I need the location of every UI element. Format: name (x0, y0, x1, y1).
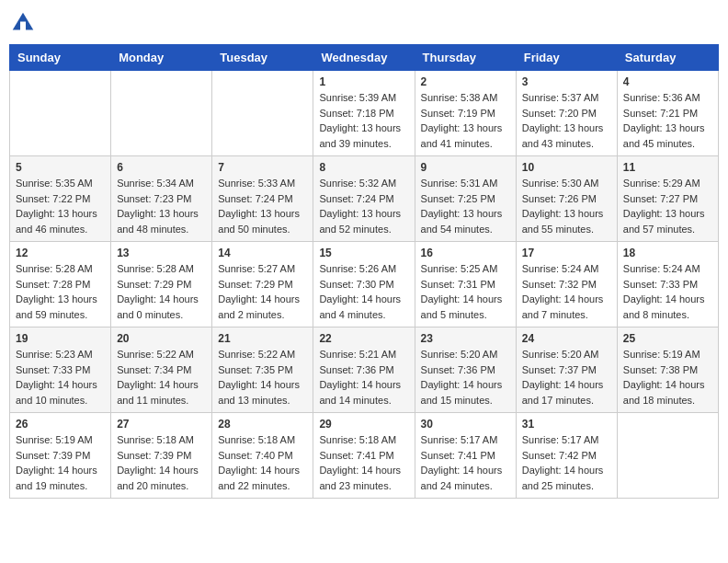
day-number: 23 (421, 332, 510, 345)
calendar-cell (212, 71, 313, 156)
day-info-continuation: and 25 minutes. (522, 480, 594, 491)
sunrise-info: Sunrise: 5:29 AM (623, 178, 700, 189)
calendar-cell: 25Sunrise: 5:19 AMSunset: 7:38 PMDayligh… (617, 327, 718, 413)
sunrise-info: Sunrise: 5:23 AM (16, 349, 93, 360)
day-info-continuation: and 7 minutes. (522, 309, 588, 320)
day-info-continuation: and 59 minutes. (16, 309, 87, 320)
day-info-continuation: and 57 minutes. (623, 224, 695, 235)
sunset-info: Sunset: 7:37 PM (522, 364, 597, 375)
day-info: Sunrise: 5:20 AMSunset: 7:36 PMDaylight:… (421, 347, 510, 408)
day-number: 14 (218, 247, 307, 259)
daylight-hours: Daylight: 14 hours (218, 293, 300, 304)
sunset-info: Sunset: 7:38 PM (623, 364, 698, 375)
sunset-info: Sunset: 7:34 PM (117, 364, 191, 375)
calendar-cell: 15Sunrise: 5:26 AMSunset: 7:30 PMDayligh… (313, 242, 415, 327)
sunset-info: Sunset: 7:41 PM (319, 450, 393, 461)
calendar-week-row: 19Sunrise: 5:23 AMSunset: 7:33 PMDayligh… (10, 327, 719, 413)
day-info-continuation: and 8 minutes. (623, 309, 689, 320)
daylight-hours: Daylight: 14 hours (218, 379, 300, 390)
sunset-info: Sunset: 7:36 PM (421, 364, 495, 375)
calendar-cell: 23Sunrise: 5:20 AMSunset: 7:36 PMDayligh… (415, 327, 516, 413)
sunset-info: Sunset: 7:40 PM (218, 450, 292, 461)
logo-icon (9, 9, 37, 37)
sunrise-info: Sunrise: 5:20 AM (522, 349, 599, 360)
calendar-cell: 26Sunrise: 5:19 AMSunset: 7:39 PMDayligh… (10, 413, 111, 499)
calendar-cell: 18Sunrise: 5:24 AMSunset: 7:33 PMDayligh… (617, 242, 718, 327)
day-info-continuation: and 14 minutes. (319, 395, 391, 406)
day-number: 8 (319, 161, 408, 174)
daylight-hours: Daylight: 13 hours (522, 122, 604, 133)
daylight-hours: Daylight: 13 hours (319, 208, 401, 219)
sunset-info: Sunset: 7:24 PM (218, 193, 292, 204)
daylight-hours: Daylight: 14 hours (117, 465, 199, 476)
day-number: 11 (623, 161, 712, 174)
sunrise-info: Sunrise: 5:24 AM (623, 263, 700, 274)
day-info-continuation: and 48 minutes. (117, 224, 188, 235)
column-header-friday: Friday (516, 45, 617, 71)
sunrise-info: Sunrise: 5:21 AM (319, 349, 396, 360)
daylight-hours: Daylight: 14 hours (421, 465, 503, 476)
day-info-continuation: and 2 minutes. (218, 309, 284, 320)
daylight-hours: Daylight: 14 hours (522, 465, 604, 476)
day-info: Sunrise: 5:18 AMSunset: 7:40 PMDaylight:… (218, 432, 307, 493)
sunrise-info: Sunrise: 5:19 AM (16, 434, 93, 445)
sunset-info: Sunset: 7:22 PM (16, 193, 90, 204)
day-info-continuation: and 45 minutes. (623, 138, 695, 149)
daylight-hours: Daylight: 14 hours (16, 465, 97, 476)
sunset-info: Sunset: 7:21 PM (623, 108, 698, 119)
day-info: Sunrise: 5:17 AMSunset: 7:41 PMDaylight:… (421, 432, 510, 493)
day-info: Sunrise: 5:35 AMSunset: 7:22 PMDaylight:… (16, 176, 105, 236)
day-info-continuation: and 15 minutes. (421, 395, 493, 406)
day-info: Sunrise: 5:19 AMSunset: 7:38 PMDaylight:… (623, 347, 712, 408)
daylight-hours: Daylight: 13 hours (522, 208, 604, 219)
calendar-cell: 19Sunrise: 5:23 AMSunset: 7:33 PMDayligh… (10, 327, 111, 413)
day-info: Sunrise: 5:32 AMSunset: 7:24 PMDaylight:… (319, 176, 408, 236)
day-number: 12 (16, 247, 105, 259)
calendar-cell: 13Sunrise: 5:28 AMSunset: 7:29 PMDayligh… (111, 242, 212, 327)
day-number: 28 (218, 418, 307, 431)
calendar-cell: 16Sunrise: 5:25 AMSunset: 7:31 PMDayligh… (415, 242, 516, 327)
day-info: Sunrise: 5:20 AMSunset: 7:37 PMDaylight:… (522, 347, 611, 408)
daylight-hours: Daylight: 14 hours (319, 379, 401, 390)
day-info: Sunrise: 5:24 AMSunset: 7:33 PMDaylight:… (623, 261, 712, 322)
sunset-info: Sunset: 7:35 PM (218, 364, 292, 375)
page-header (9, 9, 719, 37)
daylight-hours: Daylight: 13 hours (623, 122, 705, 133)
day-info-continuation: and 5 minutes. (421, 309, 487, 320)
calendar-cell: 17Sunrise: 5:24 AMSunset: 7:32 PMDayligh… (516, 242, 617, 327)
sunrise-info: Sunrise: 5:22 AM (218, 349, 295, 360)
day-number: 22 (319, 332, 408, 345)
day-info: Sunrise: 5:28 AMSunset: 7:28 PMDaylight:… (16, 261, 105, 322)
day-number: 15 (319, 247, 408, 259)
sunrise-info: Sunrise: 5:33 AM (218, 178, 295, 189)
day-info: Sunrise: 5:36 AMSunset: 7:21 PMDaylight:… (623, 90, 712, 151)
day-info: Sunrise: 5:25 AMSunset: 7:31 PMDaylight:… (421, 261, 510, 322)
sunset-info: Sunset: 7:42 PM (522, 450, 597, 461)
day-info-continuation: and 13 minutes. (218, 395, 290, 406)
day-number: 1 (319, 75, 408, 88)
day-info: Sunrise: 5:33 AMSunset: 7:24 PMDaylight:… (218, 176, 307, 236)
day-info: Sunrise: 5:30 AMSunset: 7:26 PMDaylight:… (522, 176, 611, 236)
calendar-cell: 10Sunrise: 5:30 AMSunset: 7:26 PMDayligh… (516, 156, 617, 242)
daylight-hours: Daylight: 14 hours (623, 379, 705, 390)
day-info: Sunrise: 5:37 AMSunset: 7:20 PMDaylight:… (522, 90, 611, 151)
day-number: 31 (522, 418, 611, 431)
svg-rect-1 (20, 22, 26, 32)
logo (9, 9, 40, 37)
daylight-hours: Daylight: 13 hours (218, 208, 300, 219)
calendar-cell: 7Sunrise: 5:33 AMSunset: 7:24 PMDaylight… (212, 156, 313, 242)
calendar-cell: 30Sunrise: 5:17 AMSunset: 7:41 PMDayligh… (415, 413, 516, 499)
day-info: Sunrise: 5:21 AMSunset: 7:36 PMDaylight:… (319, 347, 408, 408)
sunset-info: Sunset: 7:19 PM (421, 108, 495, 119)
day-number: 13 (117, 247, 206, 259)
day-number: 24 (522, 332, 611, 345)
day-number: 18 (623, 247, 712, 259)
calendar-week-row: 1Sunrise: 5:39 AMSunset: 7:18 PMDaylight… (10, 71, 719, 156)
daylight-hours: Daylight: 14 hours (421, 379, 503, 390)
sunrise-info: Sunrise: 5:27 AM (218, 263, 295, 274)
calendar-week-row: 12Sunrise: 5:28 AMSunset: 7:28 PMDayligh… (10, 242, 719, 327)
daylight-hours: Daylight: 14 hours (319, 465, 401, 476)
column-header-saturday: Saturday (617, 45, 718, 71)
calendar-cell: 12Sunrise: 5:28 AMSunset: 7:28 PMDayligh… (10, 242, 111, 327)
calendar-cell: 8Sunrise: 5:32 AMSunset: 7:24 PMDaylight… (313, 156, 415, 242)
